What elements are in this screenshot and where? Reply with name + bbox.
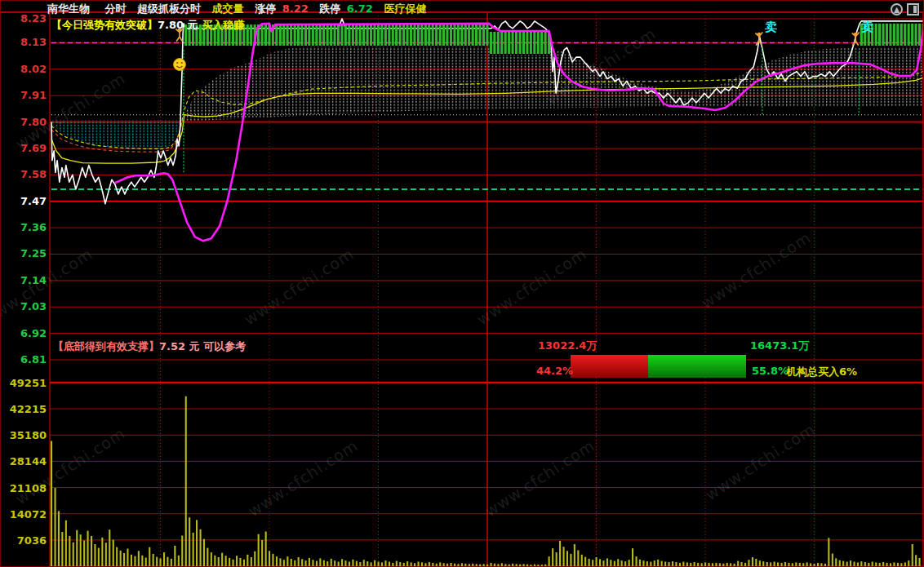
window-controls: ▲ bbox=[891, 3, 919, 16]
breakout-suffix: 买入稳赚 bbox=[202, 19, 244, 31]
tab-intraday[interactable]: 分时 bbox=[105, 2, 127, 15]
support-annotation-title: 【底部得到有效支撑】 bbox=[53, 340, 159, 352]
sell-amount: 13022.4万 bbox=[538, 339, 597, 353]
price-axis-label: 7.58 bbox=[1, 168, 47, 180]
support-suffix: 可以参考 bbox=[203, 340, 246, 352]
price-axis-label: 6.81 bbox=[1, 353, 47, 365]
price-axis-label: 8.02 bbox=[1, 63, 47, 75]
buy-percent: 55.8% bbox=[752, 365, 789, 377]
price-axis-label: 8.13 bbox=[1, 36, 47, 48]
breakout-annotation: 【今日强势有效突破】7.80 元 买入稳赚 bbox=[51, 18, 244, 33]
buy-amount: 16473.1万 bbox=[750, 339, 809, 353]
sector-label[interactable]: 医疗保健 bbox=[384, 2, 426, 15]
limit-down-label: 跌停 bbox=[319, 2, 340, 15]
volume-axis-label: 28144 bbox=[1, 455, 47, 467]
sell-marker-label: 卖 bbox=[861, 20, 873, 34]
volume-axis-label: 14072 bbox=[1, 508, 47, 520]
price-axis-label: 7.14 bbox=[1, 274, 47, 286]
limit-up-value: 8.22 bbox=[282, 2, 309, 15]
stock-name: 南华生物 bbox=[47, 2, 90, 15]
chart-header: 南华生物 分时 超级抓板分时 成交量 涨停 8.22 跌停 6.72 医疗保健 bbox=[47, 2, 433, 16]
sell-marker-label: 卖 bbox=[765, 20, 777, 34]
dock-panel-icon[interactable] bbox=[907, 3, 919, 16]
indicator-name[interactable]: 超级抓板分时 bbox=[137, 2, 201, 15]
price-axis-label: 7.80 bbox=[1, 116, 47, 128]
price-axis-label: 7.47 bbox=[1, 195, 47, 207]
price-axis-label: 7.69 bbox=[1, 142, 47, 154]
volume-indicator-label[interactable]: 成交量 bbox=[212, 2, 244, 15]
breakout-annotation-title: 【今日强势有效突破】 bbox=[51, 19, 158, 31]
support-price: 7.52 元 bbox=[159, 340, 200, 352]
price-axis-label: 6.92 bbox=[1, 327, 47, 339]
price-axis-label: 8.23 bbox=[1, 12, 47, 24]
buy-ratio-bar bbox=[648, 355, 746, 378]
maximize-icon[interactable]: ▲ bbox=[891, 3, 903, 16]
price-axis-label: 7.36 bbox=[1, 221, 47, 233]
breakout-price: 7.80 元 bbox=[158, 19, 198, 31]
volume-axis-label: 21108 bbox=[1, 482, 47, 494]
intraday-chart[interactable]: 卖 卖 bbox=[1, 1, 924, 567]
smiley-icon bbox=[173, 59, 185, 71]
volume-axis-label: 7036 bbox=[1, 534, 47, 547]
volume-axis-label: 42215 bbox=[1, 403, 47, 415]
trading-app-window: 卖 卖 www.cfchi.comwww.cfchi.comwww.cfchi.… bbox=[0, 0, 924, 567]
institution-buy-note: 机构总买入6% bbox=[786, 365, 857, 379]
price-axis-label: 7.03 bbox=[1, 300, 47, 312]
sell-ratio-bar bbox=[571, 355, 648, 378]
support-annotation: 【底部得到有效支撑】7.52 元 可以参考 bbox=[53, 339, 246, 354]
limit-up-label: 涨停 bbox=[255, 2, 276, 15]
volume-axis-label: 49251 bbox=[1, 377, 47, 389]
volume-axis-label: 35180 bbox=[1, 429, 47, 441]
price-axis-label: 7.91 bbox=[1, 89, 47, 101]
price-axis-label: 7.25 bbox=[1, 247, 47, 259]
limit-down-value: 6.72 bbox=[347, 2, 373, 15]
sell-percent: 44.2% bbox=[536, 365, 573, 377]
